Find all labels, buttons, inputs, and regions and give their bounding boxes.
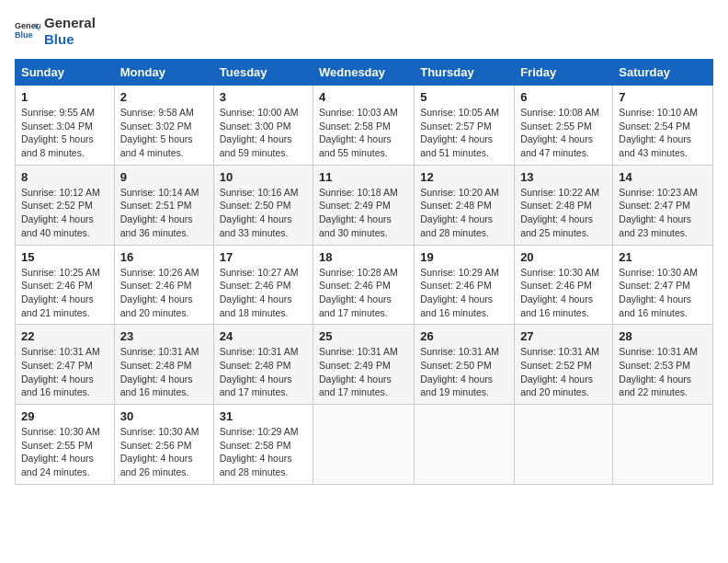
day-number: 26 bbox=[420, 329, 508, 343]
day-number: 19 bbox=[420, 250, 508, 264]
calendar-cell bbox=[415, 405, 515, 485]
day-detail: Sunrise: 10:20 AMSunset: 2:48 PMDaylight… bbox=[420, 187, 499, 238]
day-number: 16 bbox=[120, 250, 208, 264]
day-number: 17 bbox=[220, 250, 307, 264]
day-detail: Sunrise: 10:28 AMSunset: 2:46 PMDaylight… bbox=[319, 267, 398, 318]
calendar-cell: 7 Sunrise: 10:10 AMSunset: 2:54 PMDaylig… bbox=[613, 86, 713, 166]
day-detail: Sunrise: 10:31 AMSunset: 2:52 PMDaylight… bbox=[520, 346, 599, 397]
day-detail: Sunrise: 10:22 AMSunset: 2:48 PMDaylight… bbox=[520, 187, 599, 238]
day-number: 30 bbox=[120, 409, 208, 423]
calendar-cell: 10 Sunrise: 10:16 AMSunset: 2:50 PMDayli… bbox=[213, 165, 313, 245]
calendar-cell: 14 Sunrise: 10:23 AMSunset: 2:47 PMDayli… bbox=[613, 165, 713, 245]
calendar-body: 1 Sunrise: 9:55 AMSunset: 3:04 PMDayligh… bbox=[16, 86, 713, 485]
calendar-week-1: 1 Sunrise: 9:55 AMSunset: 3:04 PMDayligh… bbox=[16, 86, 713, 166]
day-detail: Sunrise: 10:31 AMSunset: 2:48 PMDaylight… bbox=[120, 346, 199, 397]
day-number: 5 bbox=[420, 90, 508, 104]
logo-blue-text: Blue bbox=[44, 31, 96, 48]
day-number: 10 bbox=[220, 170, 307, 184]
day-number: 24 bbox=[220, 329, 307, 343]
calendar-cell: 28 Sunrise: 10:31 AMSunset: 2:53 PMDayli… bbox=[613, 325, 713, 405]
calendar-cell bbox=[613, 405, 713, 485]
day-detail: Sunrise: 10:29 AMSunset: 2:46 PMDaylight… bbox=[420, 267, 499, 318]
calendar-week-2: 8 Sunrise: 10:12 AMSunset: 2:52 PMDaylig… bbox=[16, 165, 713, 245]
weekday-header-sunday: Sunday bbox=[16, 60, 115, 86]
weekday-header-monday: Monday bbox=[114, 60, 213, 86]
calendar-cell: 6 Sunrise: 10:08 AMSunset: 2:55 PMDaylig… bbox=[515, 86, 613, 166]
day-number: 23 bbox=[120, 329, 208, 343]
calendar-cell bbox=[515, 405, 613, 485]
day-detail: Sunrise: 10:29 AMSunset: 2:58 PMDaylight… bbox=[220, 426, 299, 477]
logo: General Blue General Blue bbox=[15, 15, 96, 48]
day-number: 6 bbox=[520, 90, 607, 104]
day-number: 25 bbox=[319, 329, 408, 343]
day-number: 7 bbox=[619, 90, 707, 104]
day-number: 8 bbox=[21, 170, 108, 184]
calendar-cell: 25 Sunrise: 10:31 AMSunset: 2:49 PMDayli… bbox=[313, 325, 415, 405]
day-detail: Sunrise: 10:00 AMSunset: 3:00 PMDaylight… bbox=[220, 107, 299, 158]
calendar-cell: 13 Sunrise: 10:22 AMSunset: 2:48 PMDayli… bbox=[515, 165, 613, 245]
weekday-header-tuesday: Tuesday bbox=[213, 60, 313, 86]
day-detail: Sunrise: 10:31 AMSunset: 2:53 PMDaylight… bbox=[619, 346, 698, 397]
calendar-cell bbox=[313, 405, 415, 485]
day-detail: Sunrise: 9:58 AMSunset: 3:02 PMDaylight:… bbox=[120, 107, 194, 158]
calendar-cell: 27 Sunrise: 10:31 AMSunset: 2:52 PMDayli… bbox=[515, 325, 613, 405]
day-detail: Sunrise: 10:03 AMSunset: 2:58 PMDaylight… bbox=[319, 107, 398, 158]
logo-icon: General Blue bbox=[15, 18, 40, 44]
day-detail: Sunrise: 10:23 AMSunset: 2:47 PMDaylight… bbox=[619, 187, 698, 238]
day-number: 9 bbox=[120, 170, 208, 184]
day-detail: Sunrise: 10:05 AMSunset: 2:57 PMDaylight… bbox=[420, 107, 499, 158]
day-number: 13 bbox=[520, 170, 607, 184]
day-detail: Sunrise: 10:16 AMSunset: 2:50 PMDaylight… bbox=[220, 187, 299, 238]
day-detail: Sunrise: 10:14 AMSunset: 2:51 PMDaylight… bbox=[120, 187, 199, 238]
weekday-header-thursday: Thursday bbox=[415, 60, 515, 86]
logo-general-text: General bbox=[44, 15, 96, 31]
svg-text:Blue: Blue bbox=[15, 30, 33, 40]
calendar-cell: 15 Sunrise: 10:25 AMSunset: 2:46 PMDayli… bbox=[16, 245, 115, 325]
day-detail: Sunrise: 10:30 AMSunset: 2:47 PMDaylight… bbox=[619, 267, 698, 318]
calendar-cell: 23 Sunrise: 10:31 AMSunset: 2:48 PMDayli… bbox=[114, 325, 213, 405]
weekday-header-friday: Friday bbox=[515, 60, 613, 86]
day-number: 15 bbox=[21, 250, 108, 264]
day-number: 28 bbox=[619, 329, 707, 343]
calendar-cell: 21 Sunrise: 10:30 AMSunset: 2:47 PMDayli… bbox=[613, 245, 713, 325]
day-number: 29 bbox=[21, 409, 108, 423]
day-detail: Sunrise: 10:27 AMSunset: 2:46 PMDaylight… bbox=[220, 267, 299, 318]
weekday-header-wednesday: Wednesday bbox=[313, 60, 415, 86]
weekday-header-row: SundayMondayTuesdayWednesdayThursdayFrid… bbox=[16, 60, 713, 86]
day-detail: Sunrise: 10:10 AMSunset: 2:54 PMDaylight… bbox=[619, 107, 698, 158]
calendar-cell: 22 Sunrise: 10:31 AMSunset: 2:47 PMDayli… bbox=[16, 325, 115, 405]
day-detail: Sunrise: 10:25 AMSunset: 2:46 PMDaylight… bbox=[21, 267, 100, 318]
calendar-week-5: 29 Sunrise: 10:30 AMSunset: 2:55 PMDayli… bbox=[16, 405, 713, 485]
day-number: 3 bbox=[220, 90, 307, 104]
calendar-cell: 1 Sunrise: 9:55 AMSunset: 3:04 PMDayligh… bbox=[16, 86, 115, 166]
calendar-cell: 26 Sunrise: 10:31 AMSunset: 2:50 PMDayli… bbox=[415, 325, 515, 405]
day-number: 20 bbox=[520, 250, 607, 264]
day-number: 12 bbox=[420, 170, 508, 184]
calendar-cell: 3 Sunrise: 10:00 AMSunset: 3:00 PMDaylig… bbox=[213, 86, 313, 166]
calendar-cell: 19 Sunrise: 10:29 AMSunset: 2:46 PMDayli… bbox=[415, 245, 515, 325]
calendar-cell: 2 Sunrise: 9:58 AMSunset: 3:02 PMDayligh… bbox=[114, 86, 213, 166]
day-number: 27 bbox=[520, 329, 607, 343]
calendar-cell: 31 Sunrise: 10:29 AMSunset: 2:58 PMDayli… bbox=[213, 405, 313, 485]
calendar-cell: 24 Sunrise: 10:31 AMSunset: 2:48 PMDayli… bbox=[213, 325, 313, 405]
day-detail: Sunrise: 10:31 AMSunset: 2:49 PMDaylight… bbox=[319, 346, 398, 397]
calendar-cell: 20 Sunrise: 10:30 AMSunset: 2:46 PMDayli… bbox=[515, 245, 613, 325]
day-number: 14 bbox=[619, 170, 707, 184]
calendar-cell: 4 Sunrise: 10:03 AMSunset: 2:58 PMDaylig… bbox=[313, 86, 415, 166]
day-detail: Sunrise: 10:26 AMSunset: 2:46 PMDaylight… bbox=[120, 267, 199, 318]
calendar-cell: 29 Sunrise: 10:30 AMSunset: 2:55 PMDayli… bbox=[16, 405, 115, 485]
calendar-cell: 9 Sunrise: 10:14 AMSunset: 2:51 PMDaylig… bbox=[114, 165, 213, 245]
day-detail: Sunrise: 10:30 AMSunset: 2:46 PMDaylight… bbox=[520, 267, 599, 318]
calendar-cell: 12 Sunrise: 10:20 AMSunset: 2:48 PMDayli… bbox=[415, 165, 515, 245]
day-number: 22 bbox=[21, 329, 108, 343]
page-header: General Blue General Blue bbox=[15, 15, 713, 48]
calendar-week-4: 22 Sunrise: 10:31 AMSunset: 2:47 PMDayli… bbox=[16, 325, 713, 405]
calendar-cell: 17 Sunrise: 10:27 AMSunset: 2:46 PMDayli… bbox=[213, 245, 313, 325]
day-number: 18 bbox=[319, 250, 408, 264]
calendar-cell: 8 Sunrise: 10:12 AMSunset: 2:52 PMDaylig… bbox=[16, 165, 115, 245]
calendar-week-3: 15 Sunrise: 10:25 AMSunset: 2:46 PMDayli… bbox=[16, 245, 713, 325]
day-number: 31 bbox=[220, 409, 307, 423]
day-detail: Sunrise: 10:12 AMSunset: 2:52 PMDaylight… bbox=[21, 187, 100, 238]
day-detail: Sunrise: 9:55 AMSunset: 3:04 PMDaylight:… bbox=[21, 107, 95, 158]
weekday-header-saturday: Saturday bbox=[613, 60, 713, 86]
